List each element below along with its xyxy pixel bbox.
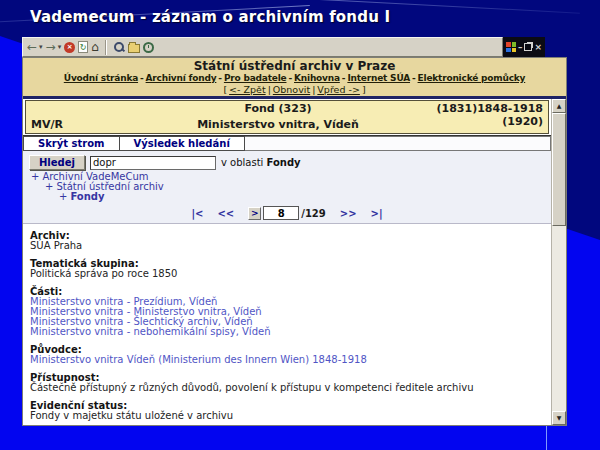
- fond-code: MV/R: [31, 118, 121, 131]
- fond-name: Ministerstvo vnitra, Vídeň: [121, 118, 435, 131]
- fond-type: Fond (323): [121, 102, 435, 115]
- site-nav: Úvodní stránka-Archivní fondy-Pro badate…: [25, 73, 564, 84]
- history-nav: [<- Zpět|Obnovit|Vpřed ->]: [25, 84, 564, 95]
- scrollbar-thumb[interactable]: [552, 113, 566, 226]
- toolbar-divider: [105, 40, 107, 55]
- pagination: |< << > /129 >> >|: [23, 206, 551, 220]
- search-row: Hledej v oblasti Fondy: [23, 154, 551, 172]
- nav-link-knihovna[interactable]: Knihovna: [294, 73, 340, 83]
- tree-expand-icon[interactable]: +: [59, 191, 67, 202]
- window-controls-strip: – ×: [503, 37, 545, 57]
- forward-icon[interactable]: →: [46, 41, 56, 53]
- site-header: Státní ústřední archiv v Praze Úvodní st…: [23, 58, 566, 96]
- navigation-tree: +Archivní VadeMeCum +Státní ústřední arc…: [23, 172, 551, 202]
- scroll-up-icon[interactable]: ▲: [552, 99, 566, 113]
- presentation-slide: Vademecum - záznam o archivním fondu I ←…: [0, 0, 600, 450]
- back-link[interactable]: <- Zpět: [229, 84, 266, 95]
- stop-icon[interactable]: ×: [64, 42, 75, 53]
- record-detail: Archiv: SÚA Praha Tematická skupina: Pol…: [23, 224, 551, 425]
- tab-bar-filler: [245, 136, 551, 151]
- forward-dropdown-icon[interactable]: ▾: [58, 43, 62, 51]
- forward-link[interactable]: Vpřed ->: [317, 84, 360, 95]
- tree-item-archiv[interactable]: +Státní ústřední archiv: [31, 182, 551, 192]
- section-pristupnost: Přístupnost: Částečně přístupný z různýc…: [30, 373, 543, 393]
- search-scope-label: v oblasti Fondy: [221, 157, 301, 168]
- pager-last[interactable]: >|: [371, 208, 383, 219]
- back-icon[interactable]: ←: [27, 41, 37, 53]
- pager-first[interactable]: |<: [191, 208, 203, 219]
- nav-link-archivni-fondy[interactable]: Archivní fondy: [146, 73, 217, 83]
- nav-link-pro-badatele[interactable]: Pro badatele: [224, 73, 287, 83]
- section-archiv: Archiv: SÚA Praha: [30, 231, 543, 251]
- nav-link-uvodni-stranka[interactable]: Úvodní stránka: [64, 73, 138, 83]
- section-tematicka-skupina: Tematická skupina: Politická správa po r…: [30, 259, 543, 279]
- browser-chrome: ← ▾ → ▾ × ↻ ⌂ – ×: [22, 37, 567, 57]
- tree-item-fondy[interactable]: +Fondy: [31, 192, 551, 202]
- refresh-icon[interactable]: ↻: [78, 41, 88, 53]
- tree-expand-icon[interactable]: +: [31, 171, 39, 182]
- close-button[interactable]: ×: [534, 43, 542, 52]
- site-title: Státní ústřední archiv v Praze: [25, 60, 564, 73]
- tab-bar: Skrýt strom Výsledek hledání: [23, 135, 551, 152]
- pager-total: /129: [301, 208, 326, 219]
- search-input[interactable]: [90, 156, 216, 170]
- slide-title: Vademecum - záznam o archivním fondu I: [30, 8, 390, 26]
- web-page: Státní ústřední archiv v Praze Úvodní st…: [22, 57, 567, 426]
- minimize-button[interactable]: –: [518, 43, 523, 52]
- casti-link[interactable]: Ministerstvo vnitra - nebohemikální spis…: [30, 327, 543, 337]
- nav-link-elektronicke-pomucky[interactable]: Elektronické pomůcky: [418, 73, 526, 83]
- history-icon[interactable]: [143, 42, 154, 53]
- pager-go-button[interactable]: >: [248, 207, 261, 220]
- search-icon[interactable]: [113, 41, 125, 53]
- section-casti: Části: Ministerstvo vnitra - Prezídium, …: [30, 287, 543, 337]
- pager-next[interactable]: >>: [340, 208, 357, 219]
- vertical-scrollbar[interactable]: ▲ ▼: [551, 99, 566, 425]
- tree-expand-icon[interactable]: +: [45, 181, 53, 192]
- tab-search-results[interactable]: Výsledek hledání: [120, 136, 245, 151]
- pager-prev[interactable]: <<: [217, 208, 234, 219]
- fond-dates: (1831)1848-1918 (1920): [435, 102, 543, 131]
- search-button[interactable]: Hledej: [29, 155, 85, 170]
- section-evidencni-status: Evidenční status: Fondy v majetku státu …: [30, 401, 543, 421]
- browser-toolbar: ← ▾ → ▾ × ↻ ⌂: [22, 37, 503, 57]
- puvodce-link[interactable]: Ministerstvo vnitra Vídeň (Ministerium d…: [30, 355, 543, 365]
- restore-button[interactable]: [524, 43, 532, 51]
- section-puvodce: Původce: Ministerstvo vnitra Vídeň (Mini…: [30, 345, 543, 365]
- windows-logo-icon: [506, 42, 516, 52]
- home-icon[interactable]: ⌂: [91, 41, 99, 53]
- favorites-folder-icon[interactable]: [128, 44, 140, 53]
- browser-window: ← ▾ → ▾ × ↻ ⌂ – ×: [22, 37, 567, 426]
- tab-hide-tree[interactable]: Skrýt strom: [23, 136, 120, 151]
- tree-search-panel: Hledej v oblasti Fondy +Archivní VadeMeC…: [23, 152, 551, 224]
- pager-page-input[interactable]: [263, 206, 299, 220]
- fond-header-box: MV/R Fond (323) Ministerstvo vnitra, Víd…: [25, 100, 549, 134]
- nav-link-internet-sua[interactable]: Internet SÚA: [347, 73, 410, 83]
- decorative-line: [546, 424, 547, 450]
- reload-link[interactable]: Obnovit: [273, 84, 310, 95]
- back-dropdown-icon[interactable]: ▾: [39, 43, 43, 51]
- scroll-down-icon[interactable]: ▼: [552, 411, 566, 425]
- scrollbar-track[interactable]: [552, 113, 566, 411]
